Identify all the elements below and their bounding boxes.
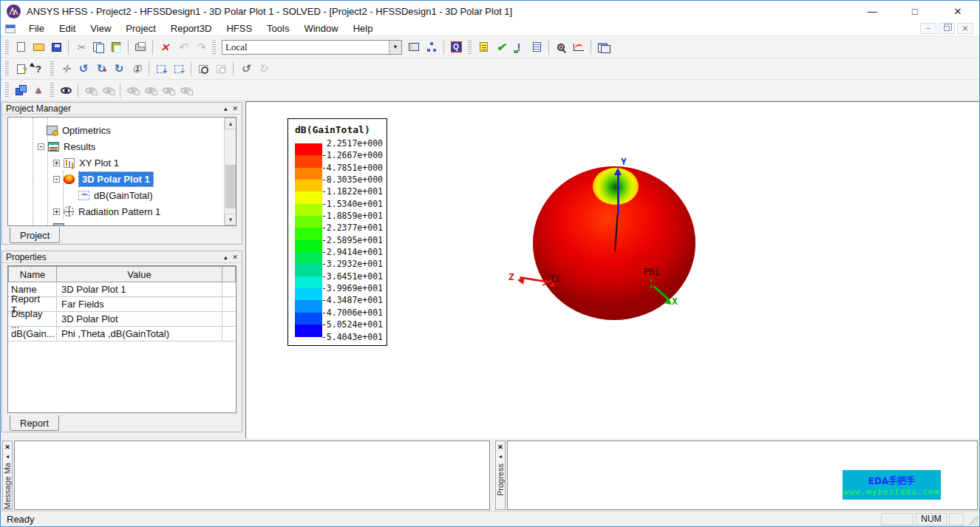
- mdi-minimize-button[interactable]: –: [920, 23, 936, 34]
- menu-window[interactable]: Window: [296, 23, 345, 34]
- menu-project[interactable]: Project: [118, 23, 163, 34]
- delete-button[interactable]: [156, 38, 174, 56]
- rotate-axis-button[interactable]: [92, 60, 110, 78]
- prop-value[interactable]: Phi ,Theta ,dB(GainTotal): [57, 327, 222, 341]
- menu-hfss[interactable]: HFSS: [219, 23, 259, 34]
- tree-scrollbar[interactable]: ▲ ▼: [224, 118, 236, 225]
- redo-button[interactable]: [191, 38, 209, 56]
- eye-4-button[interactable]: [177, 81, 194, 99]
- menu-tools[interactable]: Tools: [259, 23, 296, 34]
- progress-content[interactable]: EDA手把手 www.mybesteda.com: [507, 441, 978, 510]
- column-header-value[interactable]: Value: [57, 266, 222, 282]
- close-button[interactable]: ✕: [936, 1, 979, 21]
- tree-item-db-gaintotal[interactable]: dB(GainTotal): [8, 187, 236, 203]
- view-undo-button[interactable]: [237, 60, 254, 78]
- rotate-model-button[interactable]: [75, 60, 92, 78]
- create-report-button[interactable]: [570, 38, 588, 56]
- mdi-close-button[interactable]: ✕: [957, 23, 973, 34]
- save-button[interactable]: [47, 38, 65, 56]
- undo-button[interactable]: [174, 38, 191, 56]
- visibility-button[interactable]: [57, 81, 75, 99]
- solution-data-button[interactable]: [528, 38, 545, 56]
- mdi-child-icon[interactable]: [5, 24, 16, 33]
- collapse-expander[interactable]: -: [53, 176, 60, 183]
- menu-file[interactable]: File: [21, 23, 52, 34]
- eye-3-button[interactable]: [159, 81, 177, 99]
- close-icon[interactable]: ✕: [497, 443, 503, 451]
- zoom-out-region-button[interactable]: [170, 60, 188, 78]
- close-icon[interactable]: ✕: [232, 254, 238, 261]
- eye-1-button[interactable]: [123, 81, 141, 99]
- toolbar-grip[interactable]: [468, 40, 472, 55]
- analyze-all-button[interactable]: [510, 38, 528, 56]
- collapse-icon[interactable]: ◂: [6, 453, 9, 460]
- menu-view[interactable]: View: [83, 23, 118, 34]
- prop-value[interactable]: 3D Polar Plot 1: [57, 282, 222, 296]
- prop-value[interactable]: Far Fields: [57, 297, 222, 311]
- show-selection-button[interactable]: [99, 81, 117, 99]
- model-display-button[interactable]: [12, 81, 30, 99]
- scroll-down-icon[interactable]: ▼: [225, 214, 237, 225]
- scroll-up-icon[interactable]: ▲: [225, 118, 237, 129]
- plot-viewport[interactable]: dB(GainTotal): [245, 101, 979, 438]
- fit-all-button[interactable]: [194, 60, 212, 78]
- new-button[interactable]: [12, 38, 30, 56]
- toolbar-grip[interactable]: [212, 40, 216, 55]
- tree-item-xy-plot-1[interactable]: + XY Plot 1: [8, 154, 236, 171]
- help-topics-button[interactable]: [12, 60, 30, 78]
- tree-item-partial[interactable]: [8, 220, 236, 226]
- expand-expander[interactable]: +: [53, 160, 60, 166]
- close-icon[interactable]: ✕: [232, 105, 238, 112]
- menu-help[interactable]: Help: [346, 23, 381, 34]
- context-help-button[interactable]: [30, 60, 47, 78]
- hide-selection-button[interactable]: [81, 81, 99, 99]
- eye-2-button[interactable]: [141, 81, 159, 99]
- collapse-icon[interactable]: ◂: [499, 453, 502, 460]
- message-manager-content[interactable]: [14, 441, 490, 510]
- toolbar-grip[interactable]: [50, 61, 54, 76]
- validation-check-button[interactable]: [492, 38, 510, 56]
- pan-button[interactable]: [57, 60, 75, 78]
- submit-job-button[interactable]: [405, 38, 423, 56]
- toolbar-grip[interactable]: [5, 83, 9, 98]
- tab-project[interactable]: Project: [10, 228, 60, 243]
- machines-combobox[interactable]: Local ▼: [222, 40, 402, 55]
- cut-button[interactable]: [72, 38, 89, 56]
- rotate-screen-button[interactable]: [110, 60, 128, 78]
- fit-selection-button[interactable]: [212, 60, 230, 78]
- queue-button[interactable]: [447, 38, 465, 56]
- minimize-button[interactable]: —: [851, 1, 894, 21]
- tree-item-radiation-pattern-1[interactable]: + Radiation Pattern 1: [8, 203, 236, 220]
- tree-item-optimetrics[interactable]: Optimetrics: [8, 122, 236, 138]
- menu-edit[interactable]: Edit: [52, 23, 83, 34]
- message-list-button[interactable]: [474, 38, 492, 56]
- distribution-button[interactable]: [423, 38, 440, 56]
- prop-value[interactable]: 3D Polar Plot: [57, 312, 222, 326]
- open-button[interactable]: [30, 38, 47, 56]
- zoom-100-button[interactable]: [128, 60, 146, 78]
- boundary-display-button[interactable]: [30, 81, 47, 99]
- report-template-button[interactable]: [594, 38, 612, 56]
- collapse-icon[interactable]: ▴: [224, 254, 228, 261]
- toolbar-grip[interactable]: [50, 83, 54, 98]
- mdi-restore-button[interactable]: [939, 23, 955, 34]
- print-button[interactable]: [132, 38, 149, 56]
- tree-item-3d-polar-plot-1[interactable]: - 3D Polar Plot 1: [8, 171, 236, 187]
- maximize-button[interactable]: □: [894, 1, 936, 21]
- browse-solutions-button[interactable]: [552, 38, 570, 56]
- paste-button[interactable]: [107, 38, 125, 56]
- zoom-in-region-button[interactable]: [152, 60, 170, 78]
- copy-button[interactable]: [89, 38, 107, 56]
- column-header-name[interactable]: Name: [8, 266, 57, 282]
- chevron-down-icon[interactable]: ▼: [389, 41, 401, 54]
- close-icon[interactable]: ✕: [4, 443, 10, 451]
- view-redo-button[interactable]: [254, 60, 272, 78]
- toolbar-grip[interactable]: [5, 40, 9, 55]
- tree-item-results[interactable]: - Results: [8, 138, 236, 154]
- toolbar-grip[interactable]: [5, 61, 9, 76]
- scrollbar-thumb[interactable]: [225, 165, 236, 208]
- collapse-icon[interactable]: ▴: [224, 105, 228, 112]
- resize-grip[interactable]: [966, 513, 978, 525]
- expand-expander[interactable]: +: [53, 208, 60, 215]
- menu-report3d[interactable]: Report3D: [163, 23, 220, 34]
